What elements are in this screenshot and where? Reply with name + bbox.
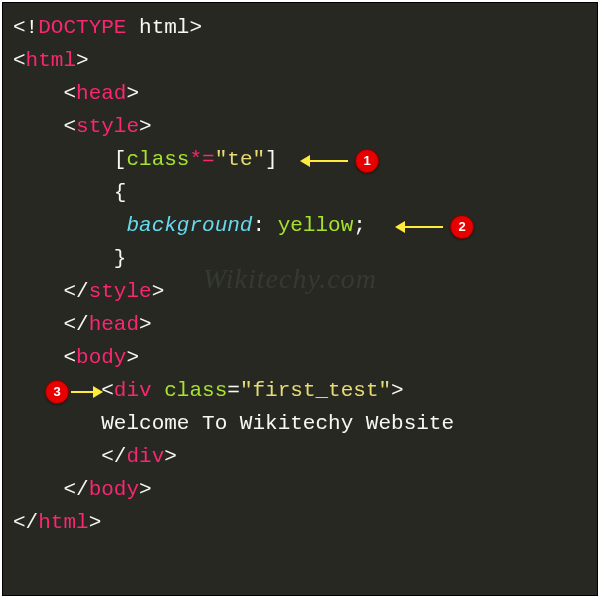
punct: > xyxy=(391,379,404,402)
html-tag: html xyxy=(26,49,76,72)
punct: </ xyxy=(63,478,88,501)
punct: > xyxy=(189,16,202,39)
div-close-tag: div xyxy=(126,445,164,468)
indent xyxy=(13,445,101,468)
punct: < xyxy=(63,82,76,105)
punct: > xyxy=(139,115,152,138)
code-block: <!DOCTYPE html> <html> <head> <style> [c… xyxy=(3,3,597,547)
indent xyxy=(13,412,101,435)
bracket: [ xyxy=(114,148,127,171)
brace: { xyxy=(114,181,127,204)
indent xyxy=(13,148,114,171)
doctype-keyword: DOCTYPE xyxy=(38,16,126,39)
indent xyxy=(13,181,114,204)
doctype-text: html xyxy=(126,16,189,39)
brace: } xyxy=(114,247,127,270)
punct: > xyxy=(164,445,177,468)
punct: > xyxy=(139,478,152,501)
punct: > xyxy=(152,280,165,303)
attr-name: class xyxy=(126,148,189,171)
div-text: Welcome To Wikitechy Website xyxy=(101,412,454,435)
indent xyxy=(13,346,63,369)
indent xyxy=(13,115,63,138)
indent xyxy=(13,280,63,303)
punct: </ xyxy=(101,445,126,468)
punct: <! xyxy=(13,16,38,39)
punct: > xyxy=(139,313,152,336)
indent xyxy=(13,82,63,105)
punct: </ xyxy=(63,280,88,303)
style-tag: style xyxy=(76,115,139,138)
indent xyxy=(13,247,114,270)
code-screenshot: Wikitechy.com <!DOCTYPE html> <html> <he… xyxy=(2,2,598,596)
space xyxy=(152,379,165,402)
arrow-icon xyxy=(308,160,348,162)
punct: > xyxy=(126,346,139,369)
div-tag: div xyxy=(114,379,152,402)
style-close-tag: style xyxy=(89,280,152,303)
punct: > xyxy=(89,511,102,534)
punct: < xyxy=(13,49,26,72)
body-close-tag: body xyxy=(89,478,139,501)
class-attr: class xyxy=(164,379,227,402)
head-close-tag: head xyxy=(89,313,139,336)
annotation-badge-1: 1 xyxy=(355,149,379,173)
html-close-tag: html xyxy=(38,511,88,534)
css-property: background xyxy=(126,214,252,237)
annotation-badge-3: 3 xyxy=(45,380,69,404)
annotation-badge-2: 2 xyxy=(450,215,474,239)
punct: < xyxy=(101,379,114,402)
arrow-icon xyxy=(71,391,95,393)
class-value: "first_test" xyxy=(240,379,391,402)
attr-string: "te" xyxy=(215,148,265,171)
indent xyxy=(13,478,63,501)
attr-operator: *= xyxy=(189,148,214,171)
css-value: yellow xyxy=(278,214,354,237)
punct: < xyxy=(63,115,76,138)
semicolon: ; xyxy=(353,214,366,237)
body-tag: body xyxy=(76,346,126,369)
indent xyxy=(13,313,63,336)
punct: < xyxy=(63,346,76,369)
punct: </ xyxy=(13,511,38,534)
arrow-icon xyxy=(403,226,443,228)
colon: : xyxy=(252,214,277,237)
equals: = xyxy=(227,379,240,402)
head-tag: head xyxy=(76,82,126,105)
punct: > xyxy=(126,82,139,105)
punct: </ xyxy=(63,313,88,336)
indent xyxy=(13,214,126,237)
bracket: ] xyxy=(265,148,278,171)
punct: > xyxy=(76,49,89,72)
